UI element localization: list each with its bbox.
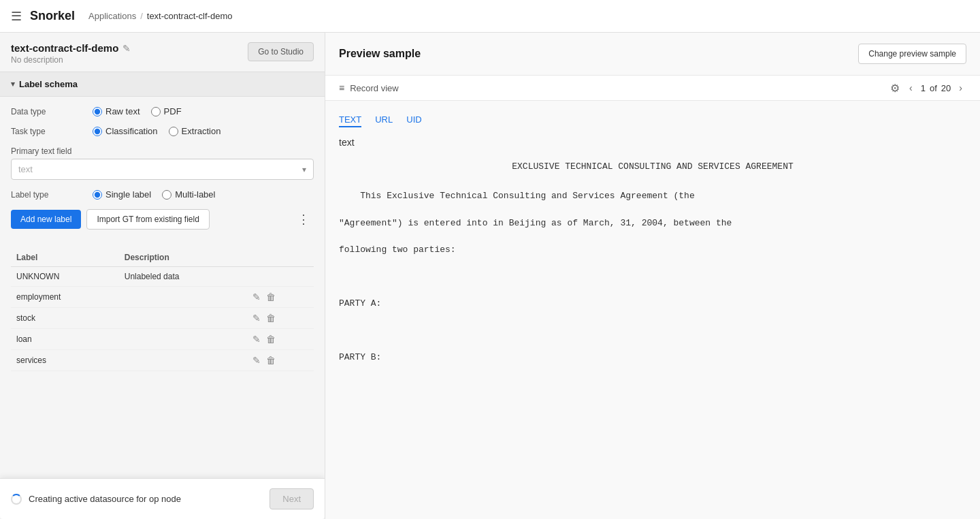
radio-classification-label: Classification [105,126,158,136]
delete-label-icon[interactable]: 🗑 [266,334,276,345]
label-name: UNKNOWN [11,267,119,287]
table-row: employment ✎ 🗑 [11,287,314,308]
label-name: loan [11,329,119,350]
radio-extraction-input[interactable] [169,127,178,136]
label-type-radio-group: Single label Multi-label [93,189,215,200]
label-actions: ✎ 🗑 [247,287,314,308]
radio-multi-input[interactable] [162,190,172,200]
edit-label-icon[interactable]: ✎ [252,292,261,302]
go-to-studio-button[interactable]: Go to Studio [248,42,314,61]
tab-url[interactable]: URL [375,114,393,127]
label-type-row: Label type Single label Multi-label [11,189,314,200]
table-row: loan ✎ 🗑 [11,329,314,350]
primary-text-field-dropdown[interactable]: text ▾ [11,159,314,180]
task-type-row: Task type Classification Extraction [11,126,314,136]
breadcrumb-apps[interactable]: Applications [88,11,136,21]
left-panel: text-contract-clf-demo ✎ No description … [0,33,325,519]
primary-text-field-value: text [18,164,33,174]
edit-label-icon[interactable]: ✎ [252,313,261,324]
edit-icon[interactable]: ✎ [122,43,131,54]
radio-raw-text[interactable]: Raw text [93,106,140,116]
radio-pdf-input[interactable] [151,107,161,116]
radio-pdf[interactable]: PDF [151,106,182,116]
label-actions: ✎ 🗑 [247,329,314,350]
radio-raw-text-input[interactable] [93,107,102,116]
radio-single-input[interactable] [93,190,102,200]
tab-uid[interactable]: UID [406,114,421,127]
menu-icon[interactable]: ☰ [11,9,22,24]
radio-extraction-label: Extraction [182,126,221,136]
chevron-icon: ▾ [11,80,15,89]
radio-single-label[interactable]: Single label [93,189,151,200]
main-layout: text-contract-clf-demo ✎ No description … [0,33,980,519]
hamburger-icon: ≡ [339,82,344,93]
change-preview-sample-button[interactable]: Change preview sample [858,44,966,64]
delete-label-icon[interactable]: 🗑 [266,355,276,366]
settings-button[interactable]: ⚙ [890,82,900,95]
next-page-button[interactable]: › [955,81,966,95]
form-area: Data type Raw text PDF Task type [0,97,325,519]
label-col-header: Label [11,249,119,267]
record-view-label: Record view [350,83,399,93]
app-title-row: text-contract-clf-demo ✎ [11,42,131,54]
doc-para-3: following two parties: [339,242,966,257]
doc-para-1: This Exclusive Technical Consulting and … [339,188,966,204]
app-title: text-contract-clf-demo [11,42,118,54]
radio-single-label-text: Single label [105,189,151,200]
record-content: TEXT URL UID text EXCLUSIVE TECHNICAL CO… [325,101,980,519]
delete-label-icon[interactable]: 🗑 [266,313,276,324]
right-panel: Preview sample Change preview sample ≡ R… [325,33,980,519]
actions-col-header [247,249,314,267]
data-type-radio-group: Raw text PDF [93,106,182,116]
delete-label-icon[interactable]: 🗑 [266,292,276,302]
label-type-label: Label type [11,190,86,200]
data-type-row: Data type Raw text PDF [11,106,314,116]
radio-pdf-label: PDF [164,106,182,116]
record-view-bar: ≡ Record view ⚙ ‹ 1 of 20 › [325,76,980,101]
label-name: services [11,350,119,371]
doc-para-4 [339,269,966,285]
edit-label-icon[interactable]: ✎ [252,355,261,366]
doc-para-5 [339,322,966,338]
description-col-header: Description [119,249,248,267]
radio-extraction[interactable]: Extraction [169,126,221,136]
doc-title: EXCLUSIVE TECHNICAL CONSULTING AND SERVI… [339,159,966,174]
record-tabs: TEXT URL UID [339,114,966,127]
breadcrumb-sep: / [140,11,143,21]
dropdown-chevron-icon: ▾ [302,165,306,174]
label-name: stock [11,308,119,329]
tab-text[interactable]: TEXT [339,114,361,127]
preview-header: Preview sample Change preview sample [325,33,980,76]
radio-multi-label[interactable]: Multi-label [162,189,215,200]
table-row: services ✎ 🗑 [11,350,314,371]
prev-page-button[interactable]: ‹ [905,81,917,95]
radio-classification[interactable]: Classification [93,126,158,136]
app-logo: Snorkel [30,9,75,23]
loading-spinner [11,494,22,505]
bottom-toast: Creating active datasource for op node N… [0,478,325,519]
more-options-button[interactable]: ⋮ [293,210,314,228]
next-button[interactable]: Next [270,488,314,509]
labels-table: Label Description UNKNOWN Unlabeled data… [11,249,314,371]
label-schema-section[interactable]: ▾ Label schema [0,72,325,97]
edit-label-icon[interactable]: ✎ [252,334,261,345]
toast-message: Creating active datasource for op node [29,494,181,504]
task-type-label: Task type [11,127,86,136]
label-description [119,287,248,308]
label-description [119,308,248,329]
label-name: employment [11,287,119,308]
task-type-radio-group: Classification Extraction [93,126,220,136]
radio-classification-input[interactable] [93,127,102,136]
add-new-label-button[interactable]: Add new label [11,210,81,229]
label-description: Unlabeled data [119,267,248,287]
label-actions: ✎ 🗑 [247,350,314,371]
import-gt-button[interactable]: Import GT from existing field [86,209,210,230]
preview-title: Preview sample [339,48,421,60]
doc-para-party-b: PARTY B: [339,349,966,365]
doc-para-party-a: PARTY A: [339,296,966,311]
labels-table-section: Label Description UNKNOWN Unlabeled data… [11,249,314,371]
breadcrumb: Applications / text-contract-clf-demo [88,11,232,21]
page-of: of [930,83,937,93]
record-view-left: ≡ Record view [339,82,399,93]
toast-left: Creating active datasource for op node [11,494,181,505]
